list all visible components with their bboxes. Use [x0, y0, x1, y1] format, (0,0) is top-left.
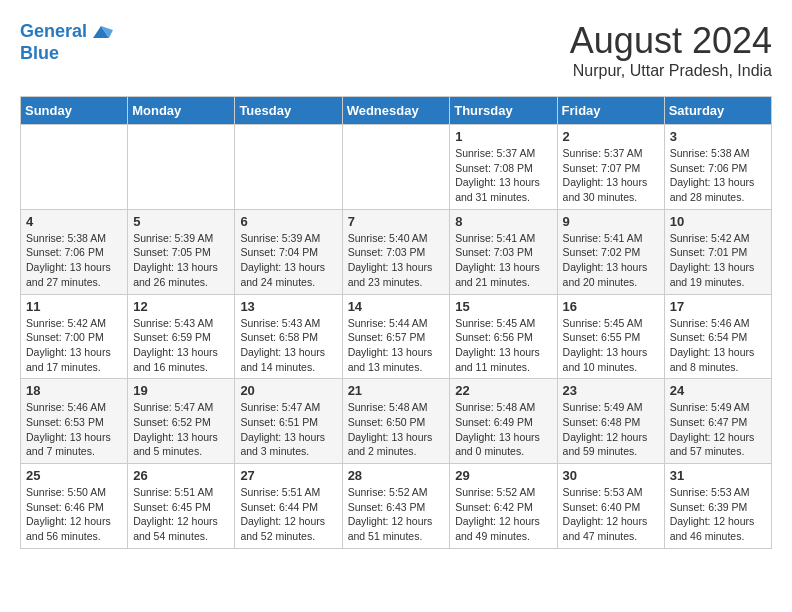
- day-info-line: Daylight: 13 hours: [348, 431, 433, 443]
- calendar-cell: 8Sunrise: 5:41 AMSunset: 7:03 PMDaylight…: [450, 209, 557, 294]
- calendar-week-row: 11Sunrise: 5:42 AMSunset: 7:00 PMDayligh…: [21, 294, 772, 379]
- day-info-line: Sunrise: 5:51 AM: [133, 486, 213, 498]
- day-info-line: Sunrise: 5:43 AM: [240, 317, 320, 329]
- day-info-line: Sunrise: 5:52 AM: [348, 486, 428, 498]
- day-info: Sunrise: 5:51 AMSunset: 6:44 PMDaylight:…: [240, 485, 336, 544]
- day-info: Sunrise: 5:45 AMSunset: 6:56 PMDaylight:…: [455, 316, 551, 375]
- day-info-line: and 13 minutes.: [348, 361, 423, 373]
- day-info: Sunrise: 5:50 AMSunset: 6:46 PMDaylight:…: [26, 485, 122, 544]
- calendar-cell: 31Sunrise: 5:53 AMSunset: 6:39 PMDayligh…: [664, 464, 771, 549]
- day-info-line: Sunrise: 5:47 AM: [133, 401, 213, 413]
- day-info: Sunrise: 5:47 AMSunset: 6:52 PMDaylight:…: [133, 400, 229, 459]
- day-info-line: Sunset: 6:45 PM: [133, 501, 211, 513]
- month-year-title: August 2024: [570, 20, 772, 62]
- day-info-line: Daylight: 12 hours: [240, 515, 325, 527]
- day-info-line: Sunrise: 5:49 AM: [563, 401, 643, 413]
- day-info-line: Sunrise: 5:49 AM: [670, 401, 750, 413]
- day-number: 30: [563, 468, 659, 483]
- day-info-line: Sunset: 6:57 PM: [348, 331, 426, 343]
- calendar-cell: 29Sunrise: 5:52 AMSunset: 6:42 PMDayligh…: [450, 464, 557, 549]
- calendar-cell: [342, 125, 450, 210]
- day-info: Sunrise: 5:37 AMSunset: 7:07 PMDaylight:…: [563, 146, 659, 205]
- day-info: Sunrise: 5:39 AMSunset: 7:05 PMDaylight:…: [133, 231, 229, 290]
- day-info-line: Sunrise: 5:53 AM: [670, 486, 750, 498]
- day-info-line: Sunrise: 5:40 AM: [348, 232, 428, 244]
- logo-icon: [89, 20, 113, 44]
- calendar-cell: 9Sunrise: 5:41 AMSunset: 7:02 PMDaylight…: [557, 209, 664, 294]
- calendar-cell: 15Sunrise: 5:45 AMSunset: 6:56 PMDayligh…: [450, 294, 557, 379]
- calendar-cell: 22Sunrise: 5:48 AMSunset: 6:49 PMDayligh…: [450, 379, 557, 464]
- day-number: 25: [26, 468, 122, 483]
- day-number: 4: [26, 214, 122, 229]
- calendar-cell: 20Sunrise: 5:47 AMSunset: 6:51 PMDayligh…: [235, 379, 342, 464]
- day-info-line: Daylight: 13 hours: [455, 346, 540, 358]
- day-number: 3: [670, 129, 766, 144]
- calendar-cell: 2Sunrise: 5:37 AMSunset: 7:07 PMDaylight…: [557, 125, 664, 210]
- day-info-line: Sunrise: 5:51 AM: [240, 486, 320, 498]
- day-info-line: and 8 minutes.: [670, 361, 739, 373]
- day-info-line: Daylight: 13 hours: [670, 261, 755, 273]
- header-friday: Friday: [557, 97, 664, 125]
- calendar-cell: 7Sunrise: 5:40 AMSunset: 7:03 PMDaylight…: [342, 209, 450, 294]
- day-info-line: Sunset: 7:04 PM: [240, 246, 318, 258]
- day-number: 6: [240, 214, 336, 229]
- day-info: Sunrise: 5:44 AMSunset: 6:57 PMDaylight:…: [348, 316, 445, 375]
- day-number: 27: [240, 468, 336, 483]
- day-info: Sunrise: 5:38 AMSunset: 7:06 PMDaylight:…: [670, 146, 766, 205]
- day-info-line: Sunset: 6:46 PM: [26, 501, 104, 513]
- day-info-line: Sunset: 7:06 PM: [26, 246, 104, 258]
- day-info-line: Daylight: 13 hours: [563, 261, 648, 273]
- day-info-line: Daylight: 13 hours: [240, 261, 325, 273]
- day-info-line: Sunset: 7:05 PM: [133, 246, 211, 258]
- day-number: 8: [455, 214, 551, 229]
- day-info-line: and 56 minutes.: [26, 530, 101, 542]
- calendar-cell: [128, 125, 235, 210]
- day-info-line: Sunset: 6:43 PM: [348, 501, 426, 513]
- day-info-line: and 23 minutes.: [348, 276, 423, 288]
- day-number: 1: [455, 129, 551, 144]
- day-info-line: Sunrise: 5:37 AM: [455, 147, 535, 159]
- day-info-line: Sunset: 6:54 PM: [670, 331, 748, 343]
- day-info-line: and 28 minutes.: [670, 191, 745, 203]
- day-info-line: and 46 minutes.: [670, 530, 745, 542]
- calendar-cell: 10Sunrise: 5:42 AMSunset: 7:01 PMDayligh…: [664, 209, 771, 294]
- calendar-cell: 12Sunrise: 5:43 AMSunset: 6:59 PMDayligh…: [128, 294, 235, 379]
- day-info-line: Sunrise: 5:52 AM: [455, 486, 535, 498]
- calendar-cell: 17Sunrise: 5:46 AMSunset: 6:54 PMDayligh…: [664, 294, 771, 379]
- day-number: 28: [348, 468, 445, 483]
- day-info-line: and 26 minutes.: [133, 276, 208, 288]
- day-info-line: and 24 minutes.: [240, 276, 315, 288]
- day-info-line: Daylight: 13 hours: [670, 346, 755, 358]
- day-info: Sunrise: 5:48 AMSunset: 6:50 PMDaylight:…: [348, 400, 445, 459]
- calendar-week-row: 18Sunrise: 5:46 AMSunset: 6:53 PMDayligh…: [21, 379, 772, 464]
- day-info-line: Sunrise: 5:39 AM: [133, 232, 213, 244]
- day-info-line: Daylight: 13 hours: [26, 346, 111, 358]
- day-info-line: and 31 minutes.: [455, 191, 530, 203]
- day-number: 22: [455, 383, 551, 398]
- day-number: 14: [348, 299, 445, 314]
- day-info-line: Sunset: 7:06 PM: [670, 162, 748, 174]
- day-info-line: Daylight: 13 hours: [563, 346, 648, 358]
- day-info: Sunrise: 5:52 AMSunset: 6:43 PMDaylight:…: [348, 485, 445, 544]
- day-info-line: Daylight: 13 hours: [26, 431, 111, 443]
- calendar-week-row: 4Sunrise: 5:38 AMSunset: 7:06 PMDaylight…: [21, 209, 772, 294]
- day-info-line: Sunrise: 5:46 AM: [670, 317, 750, 329]
- day-info-line: Daylight: 12 hours: [26, 515, 111, 527]
- day-info-line: Sunrise: 5:38 AM: [26, 232, 106, 244]
- day-number: 2: [563, 129, 659, 144]
- day-info: Sunrise: 5:46 AMSunset: 6:53 PMDaylight:…: [26, 400, 122, 459]
- day-number: 26: [133, 468, 229, 483]
- day-info-line: and 0 minutes.: [455, 445, 524, 457]
- day-info: Sunrise: 5:53 AMSunset: 6:39 PMDaylight:…: [670, 485, 766, 544]
- day-info-line: Sunrise: 5:42 AM: [26, 317, 106, 329]
- day-info-line: Sunrise: 5:41 AM: [455, 232, 535, 244]
- logo-text: General: [20, 22, 87, 42]
- calendar-cell: 23Sunrise: 5:49 AMSunset: 6:48 PMDayligh…: [557, 379, 664, 464]
- day-info: Sunrise: 5:51 AMSunset: 6:45 PMDaylight:…: [133, 485, 229, 544]
- day-info-line: Sunset: 6:55 PM: [563, 331, 641, 343]
- day-info-line: Sunrise: 5:47 AM: [240, 401, 320, 413]
- day-info-line: Daylight: 13 hours: [240, 346, 325, 358]
- day-number: 19: [133, 383, 229, 398]
- day-number: 15: [455, 299, 551, 314]
- day-number: 9: [563, 214, 659, 229]
